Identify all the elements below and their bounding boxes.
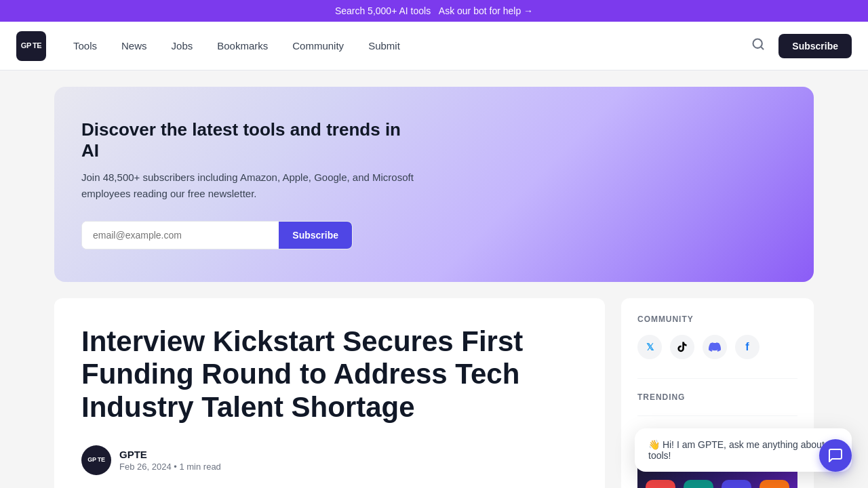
nav-bookmarks[interactable]: Bookmarks [206,35,279,57]
nav-links: Tools News Jobs Bookmarks Community Subm… [62,35,746,57]
facebook-icon-button[interactable]: f [735,335,760,359]
app-icon-orange [760,480,789,488]
banner-link[interactable]: Ask our bot for help → [439,5,533,16]
logo-box: GP TE [16,31,46,61]
discord-icon-button[interactable] [703,335,727,359]
nav-tools[interactable]: Tools [62,35,108,57]
sidebar-divider-2 [637,415,797,416]
main-article: Interview Kickstart Secures First Fundin… [54,298,605,488]
svg-line-1 [761,47,764,49]
search-button[interactable] [746,32,770,60]
nav-submit[interactable]: Submit [357,35,411,57]
app-icon-teal [684,480,713,488]
hero-subtitle: Join 48,500+ subscribers including Amazo… [81,169,420,202]
banner-text: Search 5,000+ AI tools [335,5,431,16]
chat-toggle-button[interactable] [819,439,852,472]
nav-community[interactable]: Community [281,35,355,57]
chat-message-bubble: 👋 Hi! I am GPTE, ask me anything about A… [635,428,852,472]
email-input[interactable] [82,222,279,249]
top-banner: Search 5,000+ AI tools Ask our bot for h… [0,0,868,22]
nav-subscribe-button[interactable]: Subscribe [778,34,852,58]
tiktok-icon-button[interactable] [670,335,694,359]
email-subscribe-button[interactable]: Subscribe [279,222,352,249]
article-read-time: 1 min read [179,462,220,472]
hero-section: Discover the latest tools and trends in … [54,87,814,282]
main-container: Discover the latest tools and trends in … [43,70,825,488]
nav-news[interactable]: News [111,35,158,57]
twitter-icon-button[interactable]: 𝕏 [637,335,662,359]
sidebar-divider-1 [637,378,797,379]
trending-title: TRENDING [637,392,797,402]
author-meta: Feb 26, 2024 • 1 min read [119,462,221,472]
app-icon-red [646,480,675,488]
author-row: GP TE GPTE Feb 26, 2024 • 1 min read [81,445,578,475]
article-date: Feb 26, 2024 [119,462,172,472]
social-icons: 𝕏 f [637,335,797,359]
community-title: COMMUNITY [637,314,797,324]
author-info: GPTE Feb 26, 2024 • 1 min read [119,449,221,472]
email-form: Subscribe [81,221,353,249]
nav-right: Subscribe [746,32,852,60]
navbar: GP TE Tools News Jobs Bookmarks Communit… [0,22,868,70]
chat-message-text: 👋 Hi! I am GPTE, ask me anything about A… [648,439,838,461]
app-icon-indigo [722,480,751,488]
article-title: Interview Kickstart Secures First Fundin… [81,325,578,424]
nav-jobs[interactable]: Jobs [161,35,204,57]
hero-title: Discover the latest tools and trends in … [81,119,420,161]
author-avatar: GP TE [81,445,111,475]
logo-link[interactable]: GP TE [16,31,46,61]
author-name: GPTE [119,449,221,460]
